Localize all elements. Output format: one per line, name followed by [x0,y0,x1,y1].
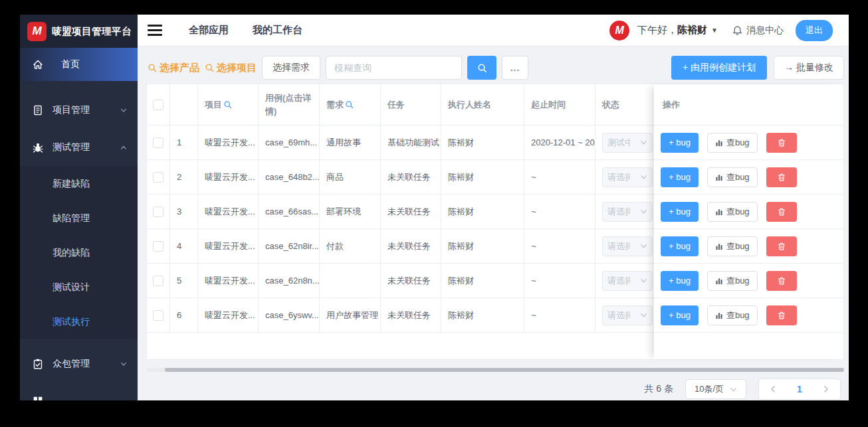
add-bug-button[interactable]: + bug [661,305,699,325]
sidebar-item-test-execution[interactable]: 测试执行 [20,304,138,339]
select-requirement-button[interactable]: 选择需求 [262,56,320,80]
add-bug-button[interactable]: + bug [661,202,699,222]
sidebar-item-crowd-mgmt[interactable]: 众包管理 [20,345,138,383]
delete-button[interactable] [766,271,797,291]
view-bug-button[interactable]: 查bug [707,202,758,222]
row-checkbox[interactable] [153,207,163,217]
sidebar-item-home[interactable]: 首页 [20,48,138,81]
page-size-select[interactable]: 10条/页 [685,379,746,399]
chevron-down-icon [640,173,647,181]
tab-my-workbench[interactable]: 我的工作台 [253,24,302,37]
row-checkbox[interactable] [153,310,163,321]
row-index: 4 [170,229,198,263]
current-page[interactable]: 1 [797,384,802,394]
sidebar-item-project-mgmt[interactable]: 项目管理 [20,92,138,129]
cell-executor: 陈裕财 [441,195,524,228]
requirement-header: 需求 [320,84,381,126]
top-header: 全部应用 我的工作台 M 下午好，陈裕财 ▼ 消息中心 退出 [138,15,849,46]
cell-executor: 陈裕财 [441,264,524,298]
chevron-down-icon [640,139,647,146]
cell-project: 唛盟云开发... [198,298,259,332]
status-select[interactable]: 测试中 [602,133,653,153]
more-button[interactable]: ... [502,56,528,80]
view-bug-button[interactable]: 查bug [707,271,758,291]
sidebar-item-new-defect[interactable]: 新建缺陷 [20,166,138,201]
logout-button[interactable]: 退出 [796,20,833,41]
chevron-down-icon [120,107,127,114]
bar-chart-icon [715,208,723,216]
pager: 1 [758,379,841,400]
grid-icon [32,395,44,400]
create-plan-button[interactable]: + 由用例创建计划 [671,56,767,80]
sidebar-item-partial[interactable] [20,383,138,400]
view-bug-button[interactable]: 查bug [707,133,758,153]
case-header: 用例(点击详情) [259,84,320,126]
sidebar-item-label: 项目管理 [53,104,90,116]
cell-executor: 陈裕财 [441,160,524,194]
cell-time: ~ [524,160,596,194]
status-select[interactable]: 请选择 [602,271,653,291]
cell-case[interactable]: case_62n8ir... [259,229,320,263]
add-bug-button[interactable]: + bug [661,271,699,291]
sidebar-item-test-mgmt[interactable]: 测试管理 [20,129,138,166]
logo-bar: M 唛盟项目管理平台 [20,15,138,48]
delete-button[interactable] [766,133,797,153]
user-dropdown-icon[interactable]: ▼ [711,27,718,34]
row-checkbox[interactable] [153,137,163,148]
view-bug-button[interactable]: 查bug [707,305,758,325]
cell-case[interactable]: case_66sas... [259,195,320,228]
trash-icon [777,311,786,320]
chevron-down-icon [640,208,647,215]
search-icon [148,63,157,72]
tab-all-apps[interactable]: 全部应用 [189,24,229,37]
cell-executor: 陈裕财 [441,126,524,159]
add-bug-button[interactable]: + bug [661,133,699,153]
delete-button[interactable] [766,167,797,187]
delete-button[interactable] [766,305,797,325]
cell-task: 未关联任务 [381,264,441,298]
cell-task: 未关联任务 [381,229,441,263]
delete-button[interactable] [766,202,797,222]
sidebar-item-defect-mgmt[interactable]: 缺陷管理 [20,201,138,235]
bug-icon [32,141,44,153]
row-index: 2 [170,160,198,194]
sidebar-item-my-defects[interactable]: 我的缺陷 [20,235,138,270]
batch-edit-button[interactable]: → 批量修改 [774,56,844,80]
fuzzy-search-input[interactable] [326,56,462,80]
page-size-value: 10条/页 [695,383,724,395]
bar-chart-icon [715,277,723,285]
search-icon[interactable] [345,100,354,109]
view-bug-label: 查bug [726,309,750,321]
avatar[interactable]: M [609,21,629,41]
select-project-link[interactable]: 选择项目 [205,62,257,74]
delete-button[interactable] [766,236,797,256]
status-select[interactable]: 请选择 [602,236,653,256]
prev-page-button[interactable] [769,385,777,393]
status-select[interactable]: 请选择 [602,202,653,222]
row-checkbox[interactable] [153,276,163,286]
cell-case[interactable]: case_62n8n... [259,264,320,298]
sidebar-item-test-design[interactable]: 测试设计 [20,270,138,304]
status-select[interactable]: 请选择 [602,167,653,187]
scrollbar-thumb[interactable] [165,368,844,372]
view-bug-button[interactable]: 查bug [707,167,758,187]
select-all-checkbox[interactable] [153,100,163,110]
add-bug-button[interactable]: + bug [661,167,699,187]
add-bug-button[interactable]: + bug [661,236,699,256]
search-icon[interactable] [223,100,232,109]
horizontal-scrollbar [146,368,844,372]
cell-case[interactable]: case_648b2... [259,160,320,194]
row-checkbox[interactable] [153,241,163,252]
search-button[interactable] [467,56,496,80]
message-center[interactable]: 消息中心 [732,25,784,37]
view-bug-button[interactable]: 查bug [707,236,758,256]
row-checkbox[interactable] [153,172,163,183]
cell-case[interactable]: case_69mh... [259,126,320,159]
status-select[interactable]: 请选择 [602,305,653,325]
next-page-button[interactable] [822,385,830,393]
cell-case[interactable]: case_6yswv... [259,298,320,332]
status-select-value: 请选择 [607,275,630,287]
select-product-link[interactable]: 选择产品 [148,62,199,74]
hamburger-menu-icon[interactable] [148,25,162,36]
trash-icon [777,207,786,216]
